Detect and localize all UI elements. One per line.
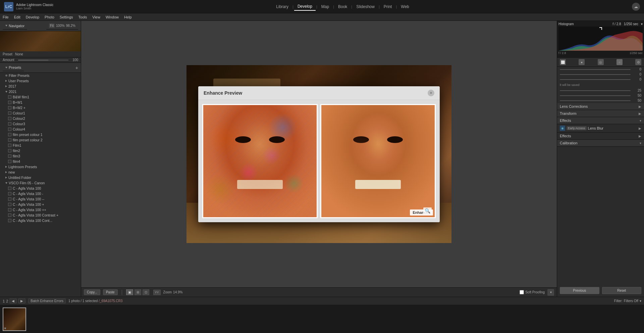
paste-button[interactable]: Paste xyxy=(103,289,118,295)
soft-proof-area[interactable]: Soft Proofing xyxy=(520,290,545,294)
preset-filter-presets[interactable]: Filter Presets xyxy=(0,73,81,78)
preset-film-colour1[interactable]: film preset colour 1 xyxy=(0,132,81,137)
histogram-canvas xyxy=(558,27,643,51)
transform-header[interactable]: Transform ▶ xyxy=(557,110,644,117)
batch-enhance-errors[interactable]: Batch Enhance Errors xyxy=(28,298,66,303)
lens-blur-icon[interactable]: ◉ xyxy=(560,126,565,131)
tool-heal[interactable]: ● xyxy=(579,59,585,65)
toolbar-expand-button[interactable]: ▾ xyxy=(547,289,554,296)
preset-agfa-100-dplus[interactable]: C - Agfa Vista 100 ++ xyxy=(0,207,81,212)
view-single-button[interactable]: ▣ xyxy=(126,289,133,295)
preset-vsco[interactable]: VSCO Film 05 - Canon xyxy=(0,180,81,186)
nav-slideshow[interactable]: Slideshow xyxy=(353,3,378,10)
2021-arrow xyxy=(5,91,7,93)
presets-add-icon[interactable]: + xyxy=(75,65,78,70)
left-panel: Navigator Fit 100% 98.2% Preset None Amo… xyxy=(0,21,81,297)
nav-zoom1[interactable]: 100% xyxy=(56,24,65,28)
preset-agfa-100-cont[interactable]: C - Agfa Vista 100 Cont... xyxy=(0,218,81,223)
menu-tools[interactable]: Tools xyxy=(78,15,87,19)
menu-develop[interactable]: Develop xyxy=(26,15,39,19)
preset-agfa-100-plus[interactable]: C - Agfa Vista 100 + xyxy=(0,202,81,207)
filmstrip-prev[interactable]: ◀ xyxy=(9,298,17,303)
effects-header[interactable]: Effects ▾ xyxy=(557,117,644,124)
preset-colour2[interactable]: Colour2 xyxy=(0,116,81,121)
menu-file[interactable]: File xyxy=(3,15,9,19)
soft-proof-checkbox[interactable] xyxy=(520,290,524,294)
preset-untitled-folder[interactable]: Untitled Folder xyxy=(0,175,81,180)
lens-corrections-header[interactable]: Lens Corrections ▶ xyxy=(557,103,644,110)
modal-title: Enhance Preview xyxy=(204,90,242,96)
copy-button[interactable]: Copy... xyxy=(84,289,100,295)
navigator-collapse-icon[interactable] xyxy=(5,25,7,27)
preset-2021[interactable]: 2021 xyxy=(0,89,81,94)
menu-help[interactable]: Help xyxy=(124,15,132,19)
preset-colour3[interactable]: Colour3 xyxy=(0,121,81,127)
nav-library[interactable]: Library xyxy=(273,3,292,10)
soft-proof-label: Soft Proofing xyxy=(525,290,545,294)
preset-film-colour2[interactable]: film preset colour 2 xyxy=(0,137,81,143)
menu-photo[interactable]: Photo xyxy=(45,15,54,19)
right-panel: Histogram f / 2.8 1/250 sec ▾ xyxy=(557,21,644,297)
filter-value[interactable]: Filters Off xyxy=(624,299,638,303)
filmstrip-controls: 1 2 ◀ ▶ xyxy=(3,298,25,303)
page-1[interactable]: 1 xyxy=(3,299,5,303)
agfa-100-dplus-icon xyxy=(8,208,11,211)
preset-bw2[interactable]: B+W2 + xyxy=(0,105,81,110)
calibration-header[interactable]: Calibration ▾ xyxy=(557,140,644,146)
menu-window[interactable]: Window xyxy=(106,15,119,19)
navigator-title-block: Navigator xyxy=(3,22,27,30)
filmstrip-next[interactable]: ▶ xyxy=(18,298,25,303)
menu-view[interactable]: View xyxy=(92,15,100,19)
cloud-icon[interactable]: ☁ xyxy=(632,3,640,11)
preset-bw-film1[interactable]: B&W film1 xyxy=(0,94,81,100)
view-survey-button[interactable]: ⊡ xyxy=(143,289,149,295)
slider-track-2[interactable] xyxy=(560,74,631,75)
tool-masking[interactable]: ○ xyxy=(616,59,623,65)
previous-button[interactable]: Previous xyxy=(560,287,599,294)
nav-zoom2[interactable]: 98.2% xyxy=(66,24,75,28)
slider-track-1[interactable] xyxy=(560,69,631,70)
preset-agfa-100[interactable]: C - Agfa Vista 100 xyxy=(0,186,81,191)
tool-settings[interactable]: ⚙ xyxy=(635,59,641,65)
tool-redeye[interactable]: ◎ xyxy=(598,59,604,65)
histogram-collapse-icon[interactable]: ▾ xyxy=(641,22,643,26)
preset-agfa-100-dminus[interactable]: C - Agfa Vista 100 -- xyxy=(0,196,81,202)
zoom-in-icon[interactable]: 🔍 xyxy=(423,207,432,214)
film-thumb-1[interactable]: ▣ xyxy=(3,307,26,331)
preset-2017[interactable]: 2017 xyxy=(0,84,81,89)
preset-agfa-100-minus[interactable]: C - Agfa Vista 100 - xyxy=(0,191,81,196)
preset-user-presets[interactable]: User Presets xyxy=(0,78,81,84)
preset-colour1[interactable]: Colour1 xyxy=(0,110,81,116)
tool-crop[interactable]: ⬜ xyxy=(560,59,566,65)
presets-collapse-icon xyxy=(5,67,7,68)
histogram-title: Histogram xyxy=(558,22,574,26)
preset-colour4[interactable]: Colour4 xyxy=(0,127,81,132)
page-2[interactable]: 2 xyxy=(6,299,8,303)
nav-map[interactable]: Map xyxy=(318,3,332,10)
reset-button[interactable]: Reset xyxy=(602,287,642,294)
modal-close-button[interactable]: × xyxy=(428,90,434,96)
slider-track-3[interactable] xyxy=(560,79,631,80)
preset-film4[interactable]: film4 xyxy=(0,159,81,164)
preset-film2[interactable]: film2 xyxy=(0,148,81,153)
nav-fit[interactable]: Fit xyxy=(49,23,55,28)
menu-edit[interactable]: Edit xyxy=(14,15,20,19)
menu-settings[interactable]: Settings xyxy=(60,15,73,19)
nav-print[interactable]: Print xyxy=(380,3,395,10)
enhanced-preview-pane: Enhanced 🔍 xyxy=(320,104,436,218)
preset-bw1[interactable]: B+W1 xyxy=(0,100,81,105)
nav-web[interactable]: Web xyxy=(397,3,412,10)
preset-new[interactable]: new xyxy=(0,170,81,175)
histogram-meta: f / 2.8 1/250 sec ▾ xyxy=(613,22,643,26)
preset-lightroom-presets[interactable]: Lightroom Presets xyxy=(0,164,81,170)
view-compare-button[interactable]: ⊞ xyxy=(135,289,141,295)
nav-book[interactable]: Book xyxy=(335,3,351,10)
filter-dropdown-icon[interactable]: ▾ xyxy=(640,299,641,303)
preset-agfa-100-contrast[interactable]: C - Agfa Vista 100 Contrast + xyxy=(0,212,81,218)
preset-film3[interactable]: film3 xyxy=(0,153,81,159)
presets-header[interactable]: Presets + xyxy=(0,63,81,73)
nav-develop[interactable]: Develop xyxy=(294,3,316,11)
effects-arrow: ▶ xyxy=(639,134,641,138)
preset-film1[interactable]: Film1 xyxy=(0,143,81,148)
sort-yy-button[interactable]: YY xyxy=(153,290,161,295)
